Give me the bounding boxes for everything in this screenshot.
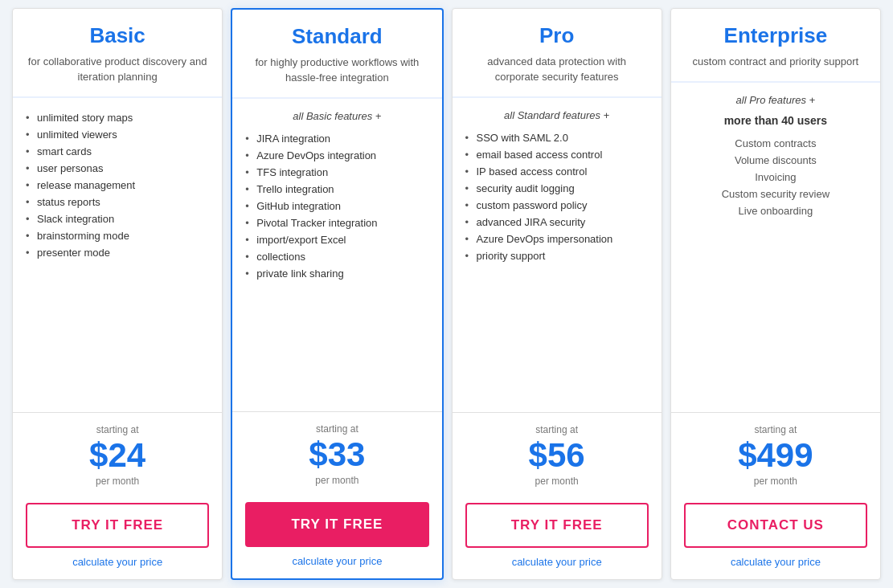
plan-card-standard: Standardfor highly productive workflows … [231,8,443,580]
plan-features-standard: all Basic features +JIRA integrationAzur… [232,99,441,412]
plan-header-pro: Proadvanced data protection with corpora… [453,9,662,98]
list-item: advanced JIRA security [465,214,649,231]
plan-card-basic: Basicfor collaborative product discovery… [12,8,223,580]
plan-pricing-pro: starting at$56per month [453,413,662,495]
starting-at-standard: starting at [245,423,428,435]
enterprise-extras: more than 40 usersCustom contractsVolume… [684,114,867,219]
enterprise-extra-item: Live onboarding [684,202,867,219]
list-item: Trello integration [245,181,428,198]
list-item: user personas [26,160,209,177]
plan-features-basic: unlimited story mapsunlimited viewerssma… [13,98,222,413]
list-item: Azure DevOps impersonation [465,231,649,247]
features-header-standard: all Basic features + [245,110,428,122]
plan-header-enterprise: Enterprisecustom contract and priority s… [671,9,880,83]
plan-features-pro: all Standard features +SSO with SAML 2.0… [453,98,662,413]
plan-cta-pro: TRY IT FREEcalculate your price [453,495,662,579]
calculate-link-enterprise[interactable]: calculate your price [731,556,821,568]
enterprise-extra-item: Custom contracts [684,135,867,152]
plan-desc-pro: advanced data protection with corporate … [465,55,649,85]
list-item: custom password policy [465,197,649,214]
plan-name-enterprise: Enterprise [684,23,867,48]
calculate-link-pro[interactable]: calculate your price [512,556,602,568]
list-item: status reports [26,194,209,210]
plan-card-pro: Proadvanced data protection with corpora… [452,8,662,580]
feature-list-pro: SSO with SAML 2.0email based access cont… [465,129,649,264]
list-item: SSO with SAML 2.0 [465,129,649,146]
list-item: security audit logging [465,180,649,197]
starting-at-enterprise: starting at [684,424,867,435]
plan-header-basic: Basicfor collaborative product discovery… [13,9,222,98]
list-item: JIRA integration [245,130,428,147]
list-item: Pivotal Tracker integration [245,214,428,231]
plan-cta-standard: TRY IT FREEcalculate your price [232,494,441,578]
list-item: IP based access control [465,163,649,180]
enterprise-extra-item: Custom security review [684,186,867,202]
plan-desc-enterprise: custom contract and priority support [684,55,867,70]
plan-cta-enterprise: CONTACT UScalculate your price [671,495,880,579]
price-pro: $56 [465,437,649,474]
list-item: smart cards [26,143,209,160]
plan-name-standard: Standard [245,24,428,49]
plan-pricing-basic: starting at$24per month [13,413,222,495]
list-item: priority support [465,247,649,264]
per-month-enterprise: per month [684,476,867,487]
enterprise-extra-item: Volume discounts [684,152,867,169]
list-item: import/export Excel [245,231,428,248]
features-header-enterprise: all Pro features + [684,94,867,106]
plan-pricing-enterprise: starting at$499per month [671,413,880,495]
features-header-pro: all Standard features + [465,109,649,121]
list-item: brainstorming mode [26,227,209,244]
per-month-standard: per month [245,475,428,486]
enterprise-extra-item: Invoicing [684,169,867,186]
list-item: private link sharing [245,265,428,282]
list-item: unlimited story maps [26,109,209,126]
list-item: email based access control [465,146,649,163]
plan-cta-basic: TRY IT FREEcalculate your price [13,495,222,579]
plan-header-standard: Standardfor highly productive workflows … [232,10,441,99]
list-item: Azure DevOps integration [245,147,428,164]
plan-name-basic: Basic [26,23,209,48]
plan-card-enterprise: Enterprisecustom contract and priority s… [670,8,881,580]
pricing-container: Basicfor collaborative product discovery… [8,8,885,580]
cta-button-pro[interactable]: TRY IT FREE [465,503,649,548]
calculate-link-basic[interactable]: calculate your price [72,556,162,568]
feature-list-basic: unlimited story mapsunlimited viewerssma… [26,109,209,261]
cta-button-basic[interactable]: TRY IT FREE [26,503,209,548]
plan-desc-basic: for collaborative product discovery and … [26,55,209,85]
list-item: unlimited viewers [26,126,209,143]
per-month-basic: per month [26,476,209,487]
enterprise-more-users: more than 40 users [684,114,867,127]
starting-at-basic: starting at [26,424,209,435]
price-basic: $24 [26,437,209,474]
per-month-pro: per month [465,476,649,487]
list-item: TFS integration [245,164,428,181]
list-item: presenter mode [26,244,209,261]
list-item: release management [26,177,209,194]
cta-button-enterprise[interactable]: CONTACT US [684,503,867,548]
plan-desc-standard: for highly productive workflows with has… [245,55,428,86]
plan-features-enterprise: all Pro features +more than 40 usersCust… [671,83,880,413]
plan-pricing-standard: starting at$33per month [232,412,441,494]
list-item: GitHub integration [245,198,428,214]
feature-list-standard: JIRA integrationAzure DevOps integration… [245,130,428,282]
list-item: Slack integration [26,210,209,227]
plan-name-pro: Pro [465,23,649,48]
cta-button-standard[interactable]: TRY IT FREE [245,502,428,547]
price-standard: $33 [245,436,428,473]
price-enterprise: $499 [684,437,867,474]
list-item: collections [245,248,428,265]
starting-at-pro: starting at [465,424,649,435]
calculate-link-standard[interactable]: calculate your price [292,555,382,567]
